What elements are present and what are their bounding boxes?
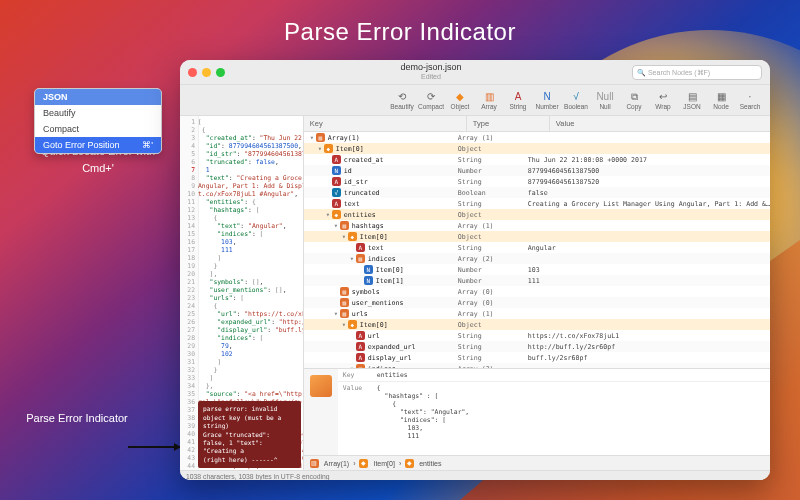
object-icon xyxy=(310,375,332,397)
page-title: Parse Error Indicator xyxy=(0,18,800,46)
tree-row[interactable]: NidNumber877994604561387500 xyxy=(304,165,770,176)
tree-row[interactable]: √truncatedBooleanfalse xyxy=(304,187,770,198)
tool-number[interactable]: ΝNumber xyxy=(533,90,561,110)
col-key[interactable]: Key xyxy=(304,116,467,131)
tree-row[interactable]: ▥symbolsArray (0) xyxy=(304,286,770,297)
tree-row[interactable]: ▾◆entitiesObject xyxy=(304,209,770,220)
tool-object[interactable]: ◆Object xyxy=(446,90,474,110)
toolbar: ⟲Beautify ⟳Compact ◆Object ▥Array AStrin… xyxy=(180,85,770,116)
tool-copy[interactable]: ⧉Copy xyxy=(620,90,648,110)
breadcrumb: ▥Array(1)› ◆Item[0]› ◆entities xyxy=(304,455,770,470)
menu-item-beautify[interactable]: Beautify xyxy=(35,105,161,121)
tool-boolean[interactable]: √Boolean xyxy=(562,90,590,110)
crumb-0[interactable]: ▥Array(1) xyxy=(310,459,349,468)
context-menu-header: JSON xyxy=(35,89,161,105)
tree-row[interactable]: AtextStringCreating a Grocery List Manag… xyxy=(304,198,770,209)
tree-row[interactable]: ▾◆Item[0]Object xyxy=(304,319,770,330)
tool-beautify[interactable]: ⟲Beautify xyxy=(388,90,416,110)
zoom-button[interactable] xyxy=(216,68,225,77)
tree-header: Key Type Value xyxy=(304,116,770,132)
detail-key-value: entities xyxy=(377,371,765,379)
annotation-parse-error: Parse Error Indicator xyxy=(22,410,132,427)
tree-pane: Key Type Value ▾▥Array(1)Array (1)▾◆Item… xyxy=(304,116,770,470)
crumb-2[interactable]: ◆entities xyxy=(405,459,441,468)
tool-wrap[interactable]: ↩Wrap xyxy=(649,90,677,110)
close-button[interactable] xyxy=(188,68,197,77)
tool-string[interactable]: AString xyxy=(504,90,532,110)
tree-row[interactable]: ▾◆Item[0]Object xyxy=(304,143,770,154)
tool-search-label: ·Search xyxy=(736,90,764,110)
search-input[interactable]: 🔍 Search Nodes (⌘F) xyxy=(632,65,762,80)
parse-error-box: parse error: invalid object key (must be… xyxy=(198,401,301,468)
tree-row[interactable]: ▾▥urlsArray (1) xyxy=(304,308,770,319)
menu-item-goto-error[interactable]: Goto Error Position ⌘' xyxy=(35,137,161,153)
context-menu: JSON Beautify Compact Goto Error Positio… xyxy=(34,88,162,154)
tree-row[interactable]: ▾▥Array(1)Array (1) xyxy=(304,132,770,143)
detail-icon xyxy=(304,369,338,455)
tool-compact[interactable]: ⟳Compact xyxy=(417,90,445,110)
tree-row[interactable]: NItem[1]Number111 xyxy=(304,275,770,286)
col-value[interactable]: Value xyxy=(550,116,770,131)
window-title: demo-json.jsonEdited xyxy=(230,63,632,81)
tool-node[interactable]: ▦Node xyxy=(707,90,735,110)
col-type[interactable]: Type xyxy=(467,116,550,131)
tree-row[interactable]: AtextStringAngular xyxy=(304,242,770,253)
tree-row[interactable]: Acreated_atStringThu Jun 22 21:00:08 +00… xyxy=(304,154,770,165)
gutter: 1234567891011121314151617181920212223242… xyxy=(180,116,199,470)
crumb-1[interactable]: ◆Item[0] xyxy=(359,459,394,468)
tree-row[interactable]: NItem[0]Number103 xyxy=(304,264,770,275)
titlebar: demo-json.jsonEdited 🔍 Search Nodes (⌘F) xyxy=(180,60,770,85)
code-editor[interactable]: 1234567891011121314151617181920212223242… xyxy=(180,116,304,470)
tree-rows[interactable]: ▾▥Array(1)Array (1)▾◆Item[0]ObjectAcreat… xyxy=(304,132,770,368)
app-window: demo-json.jsonEdited 🔍 Search Nodes (⌘F)… xyxy=(180,60,770,480)
tree-row[interactable]: AurlStringhttps://t.co/xFox78juL1 xyxy=(304,330,770,341)
status-bar: 1038 characters, 1038 bytes in UTF-8 enc… xyxy=(180,470,770,480)
detail-value-label: Value xyxy=(343,384,377,440)
tool-array[interactable]: ▥Array xyxy=(475,90,503,110)
tree-row[interactable]: Adisplay_urlStringbuff.ly/2sr60pf xyxy=(304,352,770,363)
tree-row[interactable]: Aid_strString877994604561387520 xyxy=(304,176,770,187)
tool-null[interactable]: NullNull xyxy=(591,90,619,110)
detail-key-label: Key xyxy=(343,371,377,379)
tree-row[interactable]: Aexpanded_urlStringhttp://buff.ly/2sr60p… xyxy=(304,341,770,352)
detail-value-body: { "hashtags" : [ { "text": "Angular", "i… xyxy=(377,384,765,440)
menu-item-compact[interactable]: Compact xyxy=(35,121,161,137)
menu-item-label: Goto Error Position xyxy=(43,140,120,150)
tree-row[interactable]: ▾▥indicesArray (2) xyxy=(304,253,770,264)
tool-json[interactable]: ▤JSON xyxy=(678,90,706,110)
tree-row[interactable]: ▾◆Item[0]Object xyxy=(304,231,770,242)
minimize-button[interactable] xyxy=(202,68,211,77)
tree-row[interactable]: ▾▥hashtagsArray (1) xyxy=(304,220,770,231)
detail-pane: Keyentities Value{ "hashtags" : [ { "tex… xyxy=(304,368,770,455)
menu-item-shortcut: ⌘' xyxy=(142,140,153,150)
arrow-indicator xyxy=(128,446,180,448)
tree-row[interactable]: ▥user_mentionsArray (0) xyxy=(304,297,770,308)
